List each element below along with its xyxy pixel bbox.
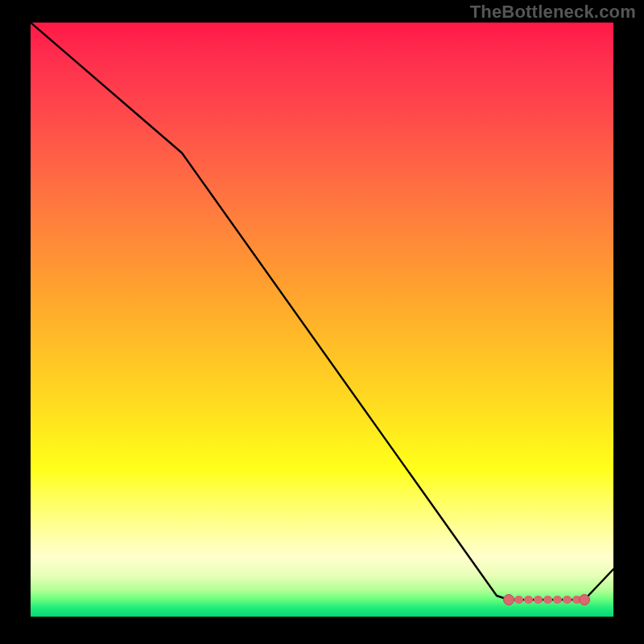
- chart-overlay: [31, 23, 613, 617]
- chart-line: [31, 23, 613, 600]
- plot-area: [31, 23, 613, 617]
- marker-end-icon: [580, 595, 590, 605]
- watermark-text: TheBottleneck.com: [470, 2, 636, 23]
- marker-start-icon: [504, 595, 514, 605]
- chart-frame: TheBottleneck.com: [0, 0, 644, 644]
